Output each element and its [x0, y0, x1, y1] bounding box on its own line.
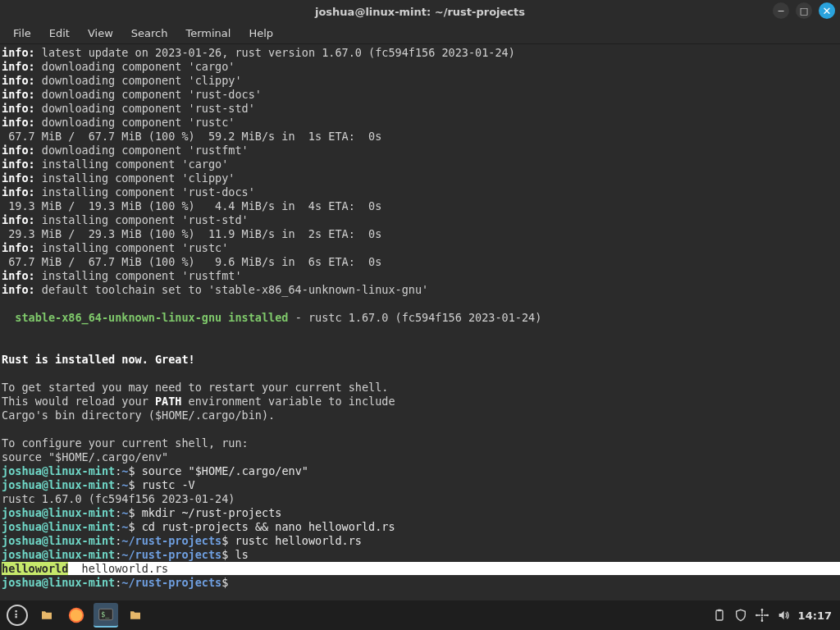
taskbar-left: ⠇ $_ [0, 603, 148, 628]
volume-icon[interactable] [777, 609, 790, 622]
network-icon[interactable] [756, 609, 769, 622]
terminal-icon: $_ [98, 606, 114, 623]
clipboard-icon[interactable] [713, 609, 726, 622]
taskbar[interactable]: ⠇ $_ 14:17 [0, 600, 840, 630]
system-tray: 14:17 [713, 609, 840, 622]
menu-view[interactable]: View [81, 25, 120, 41]
task-files[interactable] [34, 603, 59, 628]
menubar: File Edit View Search Terminal Help [0, 23, 840, 44]
ls-helloworld-rs: helloworld.rs [68, 562, 168, 575]
close-button[interactable]: ✕ [819, 2, 835, 19]
svg-point-6 [760, 609, 763, 611]
task-files-2[interactable] [123, 603, 148, 628]
terminal-output[interactable]: info: latest update on 2023-01-26, rust … [0, 44, 840, 600]
svg-point-5 [760, 614, 763, 617]
minimize-button[interactable]: ─ [773, 2, 789, 19]
task-terminal[interactable]: $_ [94, 603, 118, 628]
svg-point-8 [756, 614, 758, 617]
menu-help[interactable]: Help [242, 25, 280, 41]
maximize-button[interactable]: □ [796, 2, 812, 19]
terminal-window: joshua@linux-mint: ~/rust-projects ─ □ ✕… [0, 0, 840, 600]
menu-edit[interactable]: Edit [43, 25, 76, 41]
ls-helloworld-bin: helloworld [2, 562, 68, 575]
mint-logo-icon: ⠇ [7, 605, 28, 626]
start-menu-button[interactable]: ⠇ [5, 603, 30, 628]
task-firefox[interactable] [64, 603, 89, 628]
window-title: joshua@linux-mint: ~/rust-projects [315, 6, 525, 18]
menu-terminal[interactable]: Terminal [179, 25, 237, 41]
clock[interactable]: 14:17 [798, 609, 832, 622]
shield-icon[interactable] [734, 609, 747, 622]
svg-rect-4 [718, 609, 721, 612]
svg-point-7 [760, 619, 763, 622]
svg-point-9 [766, 614, 769, 617]
stable-installed: stable-x86_64-unknown-linux-gnu installe… [2, 311, 289, 324]
menu-search[interactable]: Search [125, 25, 175, 41]
cursor[interactable] [228, 576, 235, 589]
svg-text:$_: $_ [101, 610, 110, 619]
rust-installed-msg: Rust is installed now. Great! [2, 353, 195, 366]
folder-icon [40, 609, 53, 622]
titlebar[interactable]: joshua@linux-mint: ~/rust-projects ─ □ ✕ [0, 0, 840, 23]
firefox-icon [67, 606, 85, 624]
menu-file[interactable]: File [7, 25, 38, 41]
info-label: info: [2, 46, 35, 59]
prompt-user: joshua@linux-mint [2, 464, 115, 477]
window-controls: ─ □ ✕ [773, 2, 835, 19]
folder-icon [129, 609, 142, 622]
svg-rect-3 [716, 610, 723, 620]
